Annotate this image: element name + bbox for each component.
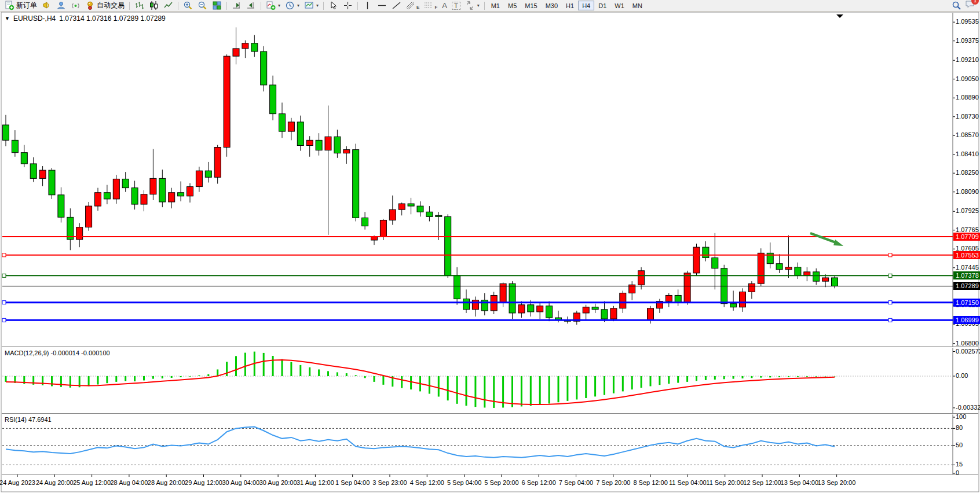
horizontal-line-tool-button[interactable]	[375, 1, 389, 11]
indicators-button[interactable]: ▾	[264, 1, 283, 11]
price-tick-label: 1.09050	[956, 75, 979, 82]
macd-bar	[484, 376, 485, 407]
text-tool-button[interactable]: A	[440, 1, 449, 11]
fibonacci-tool-button[interactable]: F	[422, 1, 440, 11]
crosshair-tool-button[interactable]	[341, 1, 355, 11]
candle-up	[389, 209, 396, 220]
hline-handle[interactable]	[888, 301, 892, 304]
hline-handle[interactable]	[888, 274, 892, 277]
vertical-line-tool-button[interactable]	[360, 1, 375, 11]
macd-bar	[650, 376, 652, 386]
timeframe-w1[interactable]: W1	[610, 1, 628, 10]
timeframe-h4[interactable]: H4	[578, 1, 594, 10]
hline-handle[interactable]	[888, 318, 892, 322]
templates-button[interactable]: ▾	[302, 1, 321, 11]
macd-bar	[346, 373, 348, 376]
macd-bar	[558, 376, 560, 402]
candle-down	[509, 284, 515, 313]
community-button[interactable]	[54, 1, 68, 11]
candle-down	[270, 85, 276, 114]
macd-bar	[622, 376, 624, 391]
symbol-period-label: EURUSD-,H4	[13, 14, 56, 23]
candle-down	[49, 170, 55, 195]
macd-bar	[171, 376, 173, 378]
ohlc-values: 1.07314 1.07316 1.07289 1.07289	[59, 14, 166, 23]
timeframe-h1[interactable]: H1	[562, 1, 578, 10]
macd-bar	[152, 376, 154, 379]
alerts-button[interactable]	[39, 1, 54, 11]
macd-bar	[143, 376, 145, 380]
macd-bar	[438, 376, 440, 396]
macd-bar	[769, 376, 771, 377]
auto-trading-button[interactable]: 自动交易	[83, 1, 127, 11]
timeframe-m1[interactable]: M1	[487, 1, 504, 10]
time-tick-label: 28 Aug 20:00	[148, 479, 185, 486]
macd-tick-label: -0.003326	[956, 404, 980, 411]
zoom-in-button[interactable]	[181, 1, 195, 11]
trendline-icon	[392, 1, 401, 10]
trendline-tool-button[interactable]	[389, 1, 404, 11]
price-tick-label: 1.09210	[956, 56, 979, 63]
time-tick-label: 5 Sep 04:00	[447, 479, 481, 486]
hline-handle[interactable]	[888, 253, 892, 257]
macd-bar	[410, 376, 412, 389]
macd-bar	[511, 376, 513, 407]
macd-bar	[180, 376, 182, 377]
timeframe-d1[interactable]: D1	[594, 1, 610, 10]
candle-down	[362, 218, 368, 226]
cursor-icon	[328, 1, 338, 10]
cursor-tool-button[interactable]	[326, 1, 341, 11]
candle-up	[740, 292, 746, 307]
fibo-letter: F	[434, 5, 437, 10]
hline-handle[interactable]	[2, 301, 6, 304]
chart-canvas[interactable]	[0, 0, 980, 493]
chevron-down-icon: ▾	[297, 3, 299, 8]
macd-bar	[88, 376, 90, 386]
candle-up	[472, 300, 478, 310]
macd-bar	[263, 353, 265, 376]
candle-up	[233, 49, 239, 56]
chart-title: ▼ EURUSD-,H4 1.07314 1.07316 1.07289 1.0…	[5, 14, 166, 23]
new-order-label: 新订单	[16, 1, 37, 10]
signals-button[interactable]	[68, 1, 83, 11]
price-tick-label: 1.08730	[956, 113, 979, 120]
tile-windows-button[interactable]	[210, 1, 224, 11]
chart-shift-button[interactable]	[244, 1, 258, 11]
symbol-dropdown-icon[interactable]: ▼	[5, 16, 10, 21]
timeframe-m5[interactable]: M5	[504, 1, 521, 10]
rsi-tick-label: 15	[956, 461, 963, 468]
candle-up	[288, 122, 294, 131]
periods-button[interactable]: ▾	[283, 1, 302, 11]
text-label-tool-button[interactable]: T	[449, 1, 463, 11]
candle-down	[3, 125, 9, 140]
hline-handle[interactable]	[2, 274, 6, 277]
arrows-tool-button[interactable]: ▾	[463, 1, 482, 11]
channel-icon	[406, 1, 415, 10]
timeframe-m15[interactable]: M15	[521, 1, 541, 10]
candle-down	[546, 306, 553, 318]
macd-bar	[374, 376, 375, 382]
candle-down	[436, 215, 442, 216]
bar-chart-mode-button[interactable]	[132, 1, 147, 11]
rsi-tick-label: 100	[956, 413, 966, 420]
line-chart-mode-button[interactable]	[161, 1, 175, 11]
macd-bar	[530, 376, 532, 406]
hline-handle[interactable]	[2, 318, 6, 322]
timeframe-m30[interactable]: M30	[542, 1, 562, 10]
notifications-button[interactable]: 1	[965, 0, 975, 12]
candle-down	[316, 140, 322, 150]
candlestick-mode-button[interactable]	[147, 1, 161, 11]
channel-tool-button[interactable]: E	[404, 1, 422, 11]
macd-bar	[834, 376, 836, 377]
macd-bar	[576, 376, 577, 399]
search-icon[interactable]	[952, 1, 961, 10]
timeframe-mn[interactable]: MN	[628, 1, 646, 10]
candle-up	[684, 273, 690, 303]
candle-down	[454, 275, 460, 299]
auto-scroll-button[interactable]	[229, 1, 244, 11]
toolbar-separator	[261, 2, 261, 10]
notification-badge: 1	[971, 0, 979, 5]
hline-handle[interactable]	[2, 253, 6, 257]
new-order-button[interactable]: 新订单	[2, 1, 39, 11]
zoom-out-button[interactable]	[195, 1, 210, 11]
